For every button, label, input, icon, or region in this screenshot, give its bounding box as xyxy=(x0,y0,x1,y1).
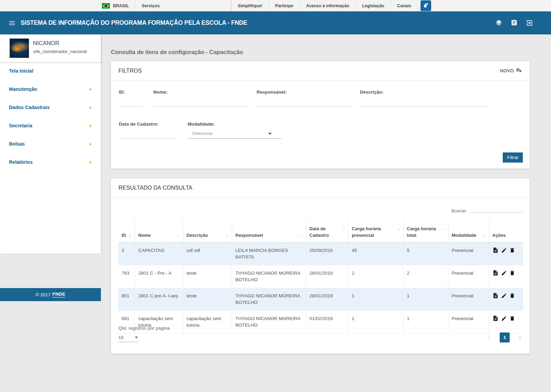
column-label: Descrição xyxy=(187,233,208,238)
sort-icon: ↓↑ xyxy=(129,233,131,237)
cell-descricao: teste xyxy=(183,265,232,288)
vlibras-button[interactable] xyxy=(420,0,431,11)
filters-panel: FILTROS NOVO ID: Nome: Responsável: Desc… xyxy=(111,61,530,169)
per-page-select[interactable]: 10 xyxy=(118,333,139,342)
column-header-data-de-cadastro[interactable]: ↓↑Data de Cadastro xyxy=(306,220,348,242)
delete-icon[interactable] xyxy=(509,315,515,321)
user-card: NICANOR sife_coordenador_nacional xyxy=(0,34,101,62)
cell-data: 28/01/2019 xyxy=(306,265,348,288)
edit-icon[interactable] xyxy=(501,270,507,276)
cell-responsavel: LEILA MARCIA BORGES BATISTA xyxy=(232,242,306,265)
cell-id: 783 xyxy=(118,265,135,288)
next-page-icon[interactable] xyxy=(517,335,523,340)
responsavel-input[interactable] xyxy=(257,96,351,107)
logout-icon[interactable] xyxy=(526,19,533,27)
sidebar-item-label: Tela Inicial xyxy=(9,62,33,80)
column-header-modalidade[interactable]: ↓↑Modalidade xyxy=(448,220,489,242)
sidebar-item-dados-cadastrais[interactable]: Dados Cadastrais+ xyxy=(0,98,101,117)
cell-data: 01/02/2019 xyxy=(306,310,348,333)
delete-icon[interactable] xyxy=(509,293,515,299)
sort-icon: ↓↑ xyxy=(342,226,345,232)
descricao-input[interactable] xyxy=(360,96,489,107)
fnde-link[interactable]: FNDE xyxy=(52,292,65,298)
filtrar-button[interactable]: Filtrar xyxy=(503,152,523,162)
gov-link-acesso-informa-o[interactable]: Acesso à informação xyxy=(300,0,356,11)
expand-plus-icon: + xyxy=(89,117,92,135)
sort-icon: ↓↑ xyxy=(300,233,302,239)
edit-icon[interactable] xyxy=(501,316,507,321)
copyright-text: © 2017 xyxy=(35,292,51,297)
cell-data: 25/09/2018 xyxy=(306,242,348,265)
cell-modalidade: Presencial xyxy=(448,288,489,310)
sidebar-item-manuten-o[interactable]: Manutenção+ xyxy=(0,80,101,98)
hamburger-menu-icon[interactable] xyxy=(8,19,16,27)
column-header-descrição[interactable]: ↓↑Descrição xyxy=(183,220,232,242)
edit-icon[interactable] xyxy=(501,293,507,299)
buscar-input[interactable] xyxy=(470,201,523,213)
layers-icon[interactable] xyxy=(495,19,502,27)
table-row: 8012801 C pre A- t-arqtesteTHYAGO NICANO… xyxy=(118,288,523,310)
sort-icon: ↓↑ xyxy=(226,233,228,239)
results-title: RESULTADO DA CONSULTA xyxy=(118,185,193,191)
sidebar-item-secretaria[interactable]: Secretaria+ xyxy=(0,117,101,135)
cell-total: 2 xyxy=(403,265,448,288)
view-document-icon[interactable] xyxy=(492,247,499,253)
cell-responsavel: THYAGO NICANOR MOREIRA BOTELHO xyxy=(232,310,306,333)
cell-nome: 2801 C pre A- t-arq xyxy=(135,288,183,310)
gov-bar: BRASIL Serviços Simplifique!ParticipeAce… xyxy=(0,0,551,11)
sidebar: NICANOR sife_coordenador_nacional Tela I… xyxy=(0,34,101,254)
delete-icon[interactable] xyxy=(509,270,515,276)
modalidade-select[interactable]: Selecione xyxy=(188,128,281,139)
gov-servicos-link[interactable]: Serviços xyxy=(135,0,231,11)
previous-page-icon[interactable] xyxy=(487,335,492,340)
table-row: 3CAPACITAOsdf sdfLEILA MARCIA BORGES BAT… xyxy=(118,242,523,265)
gov-link-legisla-o[interactable]: Legislação xyxy=(355,0,391,11)
vlibras-hands-icon xyxy=(423,2,429,10)
cell-acoes xyxy=(489,265,523,288)
view-document-icon[interactable] xyxy=(492,270,499,276)
gov-brasil-label: BRASIL xyxy=(113,3,129,8)
cell-total: 1 xyxy=(403,288,448,310)
avatar xyxy=(10,39,29,58)
expand-plus-icon: + xyxy=(89,135,92,153)
edit-icon[interactable] xyxy=(501,247,507,253)
sort-icon: ↓↑ xyxy=(177,233,179,239)
per-page-label: Qtd. registros por página xyxy=(118,326,170,331)
view-document-icon[interactable] xyxy=(492,293,499,299)
data-cadastro-input[interactable] xyxy=(119,128,177,139)
id-input[interactable] xyxy=(119,96,143,107)
gov-link-simplifique-[interactable]: Simplifique! xyxy=(231,0,269,11)
column-label: Ações xyxy=(492,233,506,238)
cell-presencial: 1 xyxy=(348,288,403,310)
responsavel-label: Responsável: xyxy=(257,89,287,95)
id-label: ID: xyxy=(119,89,125,95)
column-header-carga-horária-total[interactable]: ↓↑Carga horária total xyxy=(403,220,448,242)
cell-descricao: capacitação sem tutoria xyxy=(183,310,232,333)
column-header-ações: Ações xyxy=(489,220,523,242)
column-header-carga-horária-presencial[interactable]: ↓↑Carga horária presencial xyxy=(348,220,403,242)
sidebar-item-bolsas[interactable]: Bolsas+ xyxy=(0,135,101,153)
cell-descricao: teste xyxy=(183,288,232,310)
gov-brasil-link[interactable]: BRASIL xyxy=(102,0,135,11)
cell-nome: CAPACITAO xyxy=(135,242,183,265)
gov-link-participe[interactable]: Participe xyxy=(269,0,300,11)
cell-modalidade: Presencial xyxy=(448,310,489,333)
view-document-icon[interactable] xyxy=(492,315,499,321)
nome-input[interactable] xyxy=(153,96,248,107)
table-row: 881capacitação sem tutoriacapacitação se… xyxy=(118,310,523,333)
chevron-down-icon xyxy=(135,337,138,338)
column-header-id[interactable]: ID↓↑ xyxy=(118,220,135,242)
column-header-responsável[interactable]: ↓↑Responsável xyxy=(232,220,306,242)
delete-icon[interactable] xyxy=(509,247,515,253)
chevron-down-icon xyxy=(268,133,272,135)
gov-link-canais[interactable]: Canais xyxy=(391,0,418,11)
page-number-button[interactable]: 1 xyxy=(500,332,510,342)
sidebar-item-relat-rios[interactable]: Relatórios+ xyxy=(0,153,101,171)
cell-presencial: 45 xyxy=(348,242,403,265)
clipboard-icon[interactable] xyxy=(511,19,518,27)
novo-button[interactable]: NOVO xyxy=(500,67,522,74)
pagination: 1 xyxy=(487,332,523,342)
sidebar-item-tela-inicial[interactable]: Tela Inicial xyxy=(0,62,101,80)
column-header-nome[interactable]: ↓↑Nome xyxy=(135,220,183,242)
sidebar-item-label: Relatórios xyxy=(9,153,32,171)
